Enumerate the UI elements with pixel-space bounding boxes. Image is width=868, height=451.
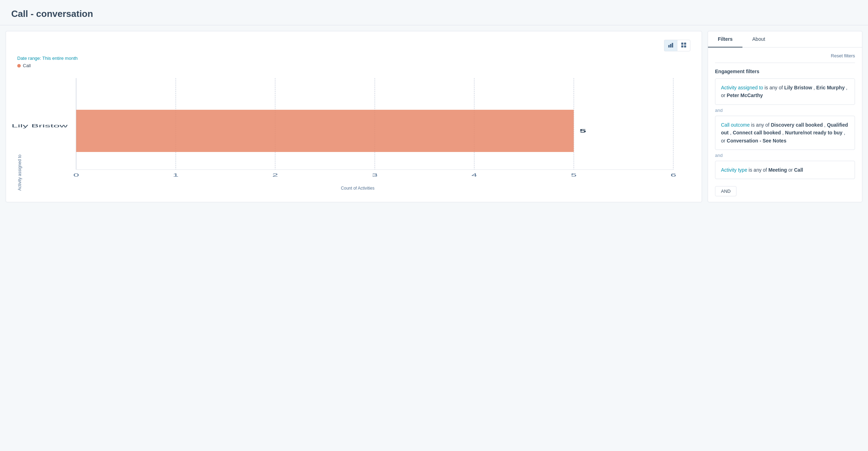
filter-val-1b: Eric Murphy — [816, 85, 845, 90]
filter-sep-3: or — [788, 167, 794, 173]
chart-toolbar — [17, 40, 690, 51]
filter-val-3a: Meeting — [768, 167, 787, 173]
filter-val-2a: Discovery call booked — [771, 122, 823, 128]
filter-val-3b: Call — [794, 167, 803, 173]
svg-rect-1 — [670, 44, 671, 47]
filter-val-1c: Peter McCarthy — [727, 93, 763, 98]
svg-text:1: 1 — [173, 173, 179, 177]
filter-connector-2: is any of — [751, 122, 771, 128]
filter-key-2: Call outcome — [721, 122, 750, 128]
filters-divider — [715, 63, 855, 63]
chart-panel: Date range: This entire month Call Activ… — [6, 31, 702, 202]
svg-rect-16 — [76, 110, 574, 152]
svg-text:3: 3 — [372, 173, 377, 177]
svg-rect-4 — [684, 43, 686, 45]
and-label-2: and — [715, 153, 855, 158]
header-divider — [0, 25, 868, 25]
legend-label-call: Call — [23, 63, 31, 68]
filter-val-1: Lily Bristow — [784, 85, 812, 90]
svg-text:6: 6 — [670, 173, 676, 177]
filter-key-3: Activity type — [721, 167, 747, 173]
filter-sep-2a: , — [824, 122, 827, 128]
tab-filters[interactable]: Filters — [708, 31, 742, 47]
filter-val-2c: Connect call booked — [733, 130, 781, 135]
svg-text:2: 2 — [272, 173, 278, 177]
y-axis-label: Activity assigned to — [17, 71, 22, 191]
svg-text:0: 0 — [73, 173, 79, 177]
table-view-button[interactable] — [677, 40, 690, 51]
filter-card-activity-assigned: Activity assigned to is any of Lily Bris… — [715, 78, 855, 105]
chart-legend: Date range: This entire month Call — [17, 56, 690, 68]
filter-val-2d: Nurture/not ready to buy — [785, 130, 842, 135]
filter-val-2e: Conversation - See Notes — [727, 138, 786, 144]
bar-chart-button[interactable] — [664, 40, 677, 51]
filter-connector-1: is any of — [765, 85, 784, 90]
filter-connector-3: is any of — [749, 167, 768, 173]
and-button[interactable]: AND — [715, 186, 736, 196]
filters-panel: Filters About Reset filters Engagement f… — [708, 31, 862, 202]
svg-rect-6 — [684, 45, 686, 47]
tabs-row: Filters About — [708, 31, 862, 47]
svg-rect-5 — [681, 45, 683, 47]
bar-chart-svg: Lily Bristow 5 0 1 2 3 4 5 6 — [25, 71, 690, 184]
filter-card-call-outcome: Call outcome is any of Discovery call bo… — [715, 116, 855, 150]
chart-content: Lily Bristow 5 0 1 2 3 4 5 6 Count of Ac… — [25, 71, 690, 191]
chart-area: Activity assigned to — [17, 71, 690, 191]
svg-rect-3 — [681, 43, 683, 45]
main-layout: Date range: This entire month Call Activ… — [0, 31, 868, 208]
svg-rect-0 — [668, 45, 670, 47]
filter-sep-2c: , — [782, 130, 785, 135]
page-title: Call - conversation — [11, 8, 857, 19]
filter-key-1: Activity assigned to — [721, 85, 763, 90]
date-range-label: Date range: This entire month — [17, 56, 690, 61]
svg-rect-2 — [672, 43, 673, 47]
legend-item-call: Call — [17, 63, 690, 68]
svg-text:4: 4 — [471, 173, 477, 177]
svg-text:5: 5 — [580, 128, 586, 134]
reset-filters-button[interactable]: Reset filters — [715, 53, 855, 58]
filter-card-activity-type: Activity type is any of Meeting or Call — [715, 161, 855, 179]
filter-sep-1: , — [813, 85, 816, 90]
svg-text:5: 5 — [571, 173, 576, 177]
x-axis-label: Count of Activities — [25, 186, 690, 191]
filters-body: Reset filters Engagement filters Activit… — [708, 47, 862, 202]
legend-dot-call — [17, 64, 21, 68]
tab-about[interactable]: About — [742, 31, 775, 47]
engagement-filters-title: Engagement filters — [715, 69, 855, 74]
and-label-1: and — [715, 108, 855, 113]
